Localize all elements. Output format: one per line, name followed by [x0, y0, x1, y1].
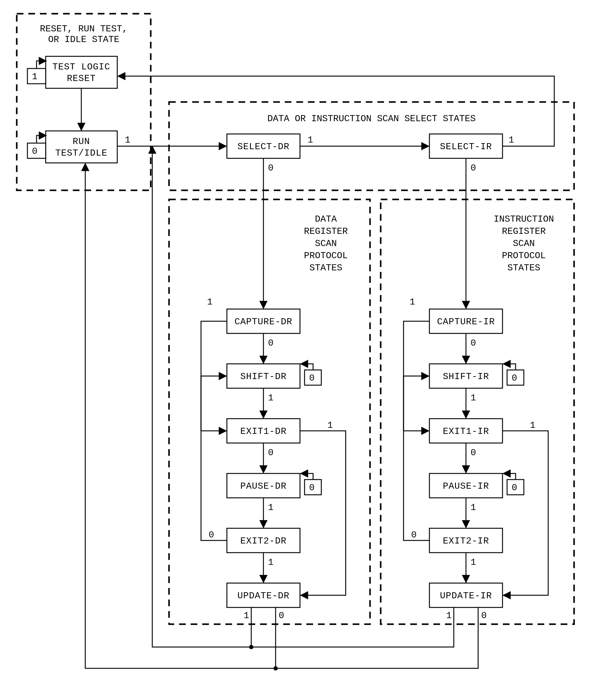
lbl-exit1ir-updateir: 1: [530, 420, 535, 431]
lbl-selir-capir: 0: [470, 163, 476, 173]
shift-ir-txt: SHIFT-IR: [443, 372, 489, 382]
select-dr-txt: SELECT-DR: [237, 142, 289, 152]
lbl-rti-seldr: 1: [125, 135, 130, 145]
lbl-shiftdr-exit1dr: 1: [268, 393, 273, 403]
pause-ir-txt: PAUSE-IR: [443, 481, 489, 491]
group-dr-title2: REGISTER: [304, 226, 348, 237]
lbl-updatedr-1: 1: [244, 611, 249, 621]
exit2-ir-txt: EXIT2-IR: [443, 536, 489, 546]
lbl-exit1dr-pausedr: 0: [268, 448, 273, 458]
group-dr-title4: PROTOCOL: [304, 251, 348, 261]
exit1-ir-txt: EXIT1-IR: [443, 426, 489, 437]
group-ir-title2: REGISTER: [502, 226, 546, 237]
lbl-capdr-exit1dr: 1: [207, 297, 213, 307]
group-reset-title1: RESET, RUN TEST,: [40, 24, 128, 34]
exit2-dr-txt: EXIT2-DR: [240, 536, 286, 546]
rti-line1: RUN: [72, 137, 90, 147]
lbl-exit1ir-pauseir: 0: [470, 448, 476, 458]
arrow-rti-self: [36, 136, 46, 143]
exit1-dr-txt: EXIT1-DR: [240, 426, 286, 437]
group-reset-title2: OR IDLE STATE: [48, 34, 120, 45]
group-ir-title1: INSTRUCTION: [494, 214, 554, 224]
loop-tlr-lbl: 1: [32, 71, 37, 82]
group-ir: [381, 199, 574, 624]
lbl-seldr-capdr: 0: [268, 163, 273, 173]
arrow-exit2dr-shiftdr: [201, 376, 227, 540]
lbl-exit2ir-shiftir: 0: [411, 530, 417, 540]
group-dr-title5: STATES: [310, 263, 342, 273]
lbl-exit2ir-updateir: 1: [470, 557, 476, 567]
lbl-capdr-shiftdr: 0: [268, 338, 273, 348]
group-ir-title4: PROTOCOL: [502, 251, 546, 261]
group-dr-title3: SCAN: [315, 238, 337, 249]
lbl-shiftir-exit1ir: 1: [470, 393, 476, 403]
rti-line2: TEST/IDLE: [55, 148, 107, 158]
group-ir-title3: SCAN: [513, 238, 535, 249]
tap-state-diagram: RESET, RUN TEST, OR IDLE STATE DATA OR I…: [0, 0, 589, 700]
lbl-exit2dr-shiftdr: 0: [209, 530, 214, 540]
lbl-capir-shiftir: 0: [470, 338, 476, 348]
group-ir-title5: STATES: [508, 263, 540, 273]
group-dr-title1: DATA: [315, 214, 337, 224]
lbl-exit2dr-updatedr: 1: [268, 557, 273, 567]
lbl-capir-exit1ir: 1: [410, 297, 415, 307]
shift-dr-txt: SHIFT-DR: [240, 372, 286, 382]
arrow-exit2ir-shiftir: [404, 376, 429, 540]
loop-shift-ir-lbl: 0: [512, 373, 517, 383]
lbl-updateir-0: 0: [481, 611, 487, 621]
arrow-updatedr-seldr: [152, 146, 251, 647]
arrow-pausedr-self: [301, 473, 313, 480]
loop-shift-dr-lbl: 0: [309, 373, 315, 383]
group-select-title: DATA OR INSTRUCTION SCAN SELECT STATES: [267, 113, 476, 124]
tl-reset-line2: RESET: [67, 73, 95, 84]
arrow-pauseir-self: [503, 473, 516, 480]
arrow-tlr-self: [36, 61, 46, 68]
loop-rti-lbl: 0: [32, 146, 37, 157]
tl-reset-line1: TEST LOGIC: [52, 62, 110, 72]
lbl-updateir-1: 1: [446, 611, 452, 621]
loop-pause-ir-lbl: 0: [512, 483, 517, 493]
update-ir-txt: UPDATE-IR: [440, 591, 492, 601]
lbl-exit1dr-updatedr: 1: [328, 420, 333, 431]
lbl-updatedr-0: 0: [279, 611, 284, 621]
lbl-pauseir-exit2ir: 1: [470, 502, 476, 513]
pause-dr-txt: PAUSE-DR: [240, 481, 286, 491]
capture-ir-txt: CAPTURE-IR: [437, 317, 495, 327]
lbl-selir-tlr: 1: [509, 135, 514, 145]
select-ir-txt: SELECT-IR: [440, 142, 492, 152]
arrow-exit1dr-updatedr: [300, 431, 346, 595]
loop-pause-dr-lbl: 0: [309, 483, 315, 493]
update-dr-txt: UPDATE-DR: [237, 591, 289, 601]
arrow-shiftdr-self: [301, 364, 313, 370]
lbl-seldr-selir: 1: [308, 135, 313, 145]
capture-dr-txt: CAPTURE-DR: [234, 317, 292, 327]
arrow-exit1ir-updateir: [503, 431, 548, 595]
lbl-pausedr-exit2dr: 1: [268, 502, 273, 513]
arrow-shiftir-self: [503, 364, 516, 370]
